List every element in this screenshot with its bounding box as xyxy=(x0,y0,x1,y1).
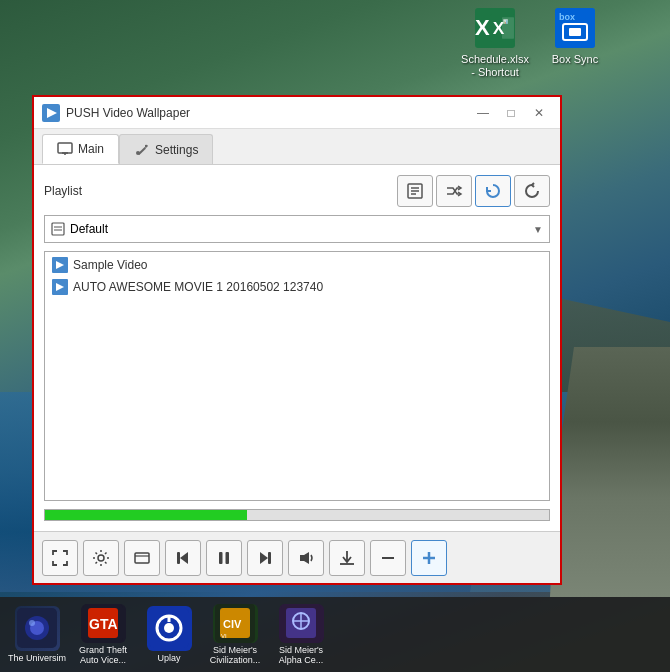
schedule-icon-label: Schedule.xlsx - Shortcut xyxy=(460,53,530,79)
svg-text:VI: VI xyxy=(221,633,227,639)
svg-point-26 xyxy=(98,555,104,561)
svg-rect-7 xyxy=(569,28,581,36)
settings-button[interactable] xyxy=(83,540,119,576)
file-name-2: AUTO AWESOME MOVIE 1 20160502 123740 xyxy=(73,280,323,294)
app-window: PUSH Video Wallpaper — □ ✕ Main xyxy=(32,95,562,585)
next-button[interactable] xyxy=(247,540,283,576)
download-button[interactable] xyxy=(329,540,365,576)
minimize-button[interactable]: — xyxy=(470,103,496,123)
content-area: Playlist xyxy=(34,164,560,531)
list-item[interactable]: Sample Video xyxy=(47,254,547,276)
minus-button[interactable] xyxy=(370,540,406,576)
box-sync-icon: box xyxy=(555,8,595,48)
playlist-select-inner: Default xyxy=(51,222,533,236)
svg-rect-31 xyxy=(219,552,223,564)
replay-button[interactable] xyxy=(514,175,550,207)
tab-main-label: Main xyxy=(78,142,104,156)
bottom-toolbar xyxy=(34,531,560,583)
taskbar-item-civ-alpha[interactable]: Sid Meier's Alpha Ce... xyxy=(272,604,330,666)
civ-icon: CIV VI xyxy=(213,604,258,643)
playlist-label: Playlist xyxy=(44,184,82,198)
wrench-icon xyxy=(134,142,150,158)
svg-rect-32 xyxy=(226,552,230,564)
universum-label: The Universim xyxy=(8,654,66,664)
uplay-label: Uplay xyxy=(157,654,180,664)
svg-marker-29 xyxy=(180,552,188,564)
action-buttons xyxy=(397,175,550,207)
svg-point-14 xyxy=(136,151,140,155)
playlist-icon xyxy=(51,222,65,236)
add-button[interactable] xyxy=(411,540,447,576)
universum-icon xyxy=(15,606,60,651)
gta-label: Grand Theft Auto Vice... xyxy=(74,646,132,666)
civ-alpha-label: Sid Meier's Alpha Ce... xyxy=(272,646,330,666)
gta-icon: GTA xyxy=(81,604,126,643)
tabs-area: Main Settings xyxy=(34,129,560,164)
desktop-icons-area: X 📊 Schedule.xlsx - Shortcut box xyxy=(460,5,610,79)
files-button[interactable] xyxy=(397,175,433,207)
civ-label: Sid Meier's Civilization... xyxy=(206,646,264,666)
tab-settings-label: Settings xyxy=(155,143,198,157)
svg-rect-10 xyxy=(58,143,72,153)
volume-button[interactable] xyxy=(288,540,324,576)
tab-settings[interactable]: Settings xyxy=(119,134,213,164)
svg-point-44 xyxy=(29,620,35,626)
desktop-icon-box-sync[interactable]: box Box Sync xyxy=(540,5,610,79)
close-button[interactable]: ✕ xyxy=(526,103,552,123)
taskbar-item-uplay[interactable]: Uplay xyxy=(140,604,198,666)
svg-text:box: box xyxy=(559,12,575,22)
file-name-1: Sample Video xyxy=(73,258,148,272)
maximize-button[interactable]: □ xyxy=(498,103,524,123)
cliff-right xyxy=(550,347,670,597)
windowed-button[interactable] xyxy=(124,540,160,576)
taskbar-item-civ[interactable]: CIV VI Sid Meier's Civilization... xyxy=(206,604,264,666)
list-item[interactable]: AUTO AWESOME MOVIE 1 20160502 123740 xyxy=(47,276,547,298)
progress-container xyxy=(44,509,550,521)
playlist-dropdown-row: Default ▼ xyxy=(44,215,550,243)
svg-point-50 xyxy=(164,623,174,633)
playlist-default-value: Default xyxy=(70,222,108,236)
taskbar: The Universim GTA Grand Theft Auto Vice.… xyxy=(0,597,670,672)
playlist-row: Playlist xyxy=(44,175,550,207)
file-icon-2 xyxy=(52,279,68,295)
file-icon-1 xyxy=(52,257,68,273)
file-list: Sample Video AUTO AWESOME MOVIE 1 201605… xyxy=(44,251,550,501)
desktop-icon-schedule[interactable]: X 📊 Schedule.xlsx - Shortcut xyxy=(460,5,530,79)
window-controls: — □ ✕ xyxy=(470,103,552,123)
svg-marker-33 xyxy=(260,552,268,564)
excel-icon: X 📊 xyxy=(475,8,515,48)
desktop: X 📊 Schedule.xlsx - Shortcut box xyxy=(0,0,670,672)
monitor-icon xyxy=(57,141,73,157)
box-sync-icon-label: Box Sync xyxy=(552,53,598,66)
fullscreen-button[interactable] xyxy=(42,540,78,576)
svg-marker-35 xyxy=(300,552,309,564)
svg-rect-27 xyxy=(135,553,149,563)
svg-text:CIV: CIV xyxy=(223,618,242,630)
prev-button[interactable] xyxy=(165,540,201,576)
box-sync-icon-wrapper: box xyxy=(553,5,598,50)
playlist-select[interactable]: Default ▼ xyxy=(44,215,550,243)
taskbar-item-gta[interactable]: GTA Grand Theft Auto Vice... xyxy=(74,604,132,666)
svg-rect-30 xyxy=(177,552,180,564)
taskbar-item-universum[interactable]: The Universim xyxy=(8,604,66,666)
svg-text:GTA: GTA xyxy=(89,616,118,632)
progress-bar xyxy=(45,510,247,520)
title-bar: PUSH Video Wallpaper — □ ✕ xyxy=(34,97,560,129)
pause-button[interactable] xyxy=(206,540,242,576)
svg-text:📊: 📊 xyxy=(503,19,508,24)
shuffle-button[interactable] xyxy=(436,175,472,207)
svg-rect-34 xyxy=(268,552,271,564)
app-icon xyxy=(42,104,60,122)
dropdown-arrow-icon: ▼ xyxy=(533,224,543,235)
refresh-button[interactable] xyxy=(475,175,511,207)
window-title: PUSH Video Wallpaper xyxy=(66,106,470,120)
civ-alpha-icon xyxy=(279,604,324,643)
tab-main[interactable]: Main xyxy=(42,134,119,164)
schedule-icon-wrapper: X 📊 xyxy=(473,5,518,50)
uplay-icon xyxy=(147,606,192,651)
svg-rect-19 xyxy=(52,223,64,235)
